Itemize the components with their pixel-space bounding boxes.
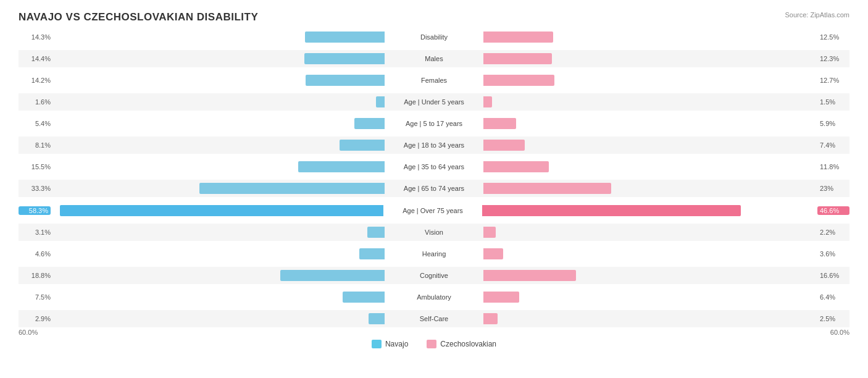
right-bar	[483, 32, 553, 43]
right-value: 23%	[817, 185, 849, 192]
center-label: Disability	[385, 33, 483, 41]
left-bar-container	[51, 118, 385, 129]
right-value: 46.6%	[817, 206, 849, 215]
left-bar	[305, 32, 385, 43]
right-bar-container	[483, 227, 817, 238]
right-bar-container	[483, 118, 817, 129]
left-bar-container	[51, 161, 385, 172]
center-label: Age | 5 to 17 years	[385, 120, 483, 127]
chart-title: NAVAJO VS CZECHOSLOVAKIAN DISABILITY	[19, 11, 849, 23]
center-label: Self-Care	[385, 315, 483, 322]
left-value: 7.5%	[19, 293, 51, 301]
center-label: Ambulatory	[385, 293, 483, 301]
left-bar-container	[51, 313, 385, 324]
czechoslovakian-color-box	[427, 340, 436, 348]
right-bar	[483, 140, 525, 151]
chart-row: 15.5% Age | 35 to 64 years 11.8%	[19, 158, 849, 175]
left-bar-container	[51, 205, 383, 216]
right-bar-container	[483, 75, 817, 86]
center-label: Age | 18 to 34 years	[385, 141, 483, 149]
right-bar	[483, 118, 516, 129]
left-bar-container	[51, 32, 385, 43]
right-value: 2.2%	[817, 229, 849, 236]
navajo-color-box	[372, 340, 382, 348]
left-bar-container	[51, 227, 385, 238]
left-bar	[298, 161, 385, 172]
right-value: 7.4%	[817, 141, 849, 149]
right-bar-container	[483, 248, 817, 259]
center-label: Hearing	[385, 250, 483, 258]
center-label: Age | Under 5 years	[385, 98, 483, 106]
chart-row: 14.4% Males 12.3%	[19, 50, 849, 67]
left-value: 8.1%	[19, 141, 51, 149]
left-bar-container	[51, 248, 385, 259]
left-value: 14.2%	[19, 77, 51, 84]
left-value: 33.3%	[19, 185, 51, 192]
right-value: 11.8%	[817, 163, 849, 170]
legend: Navajo Czechoslovakian	[19, 340, 849, 348]
right-bar	[483, 75, 554, 86]
left-value: 58.3%	[19, 206, 51, 215]
chart-row: 4.6% Hearing 3.6%	[19, 245, 849, 262]
chart-row: 18.8% Cognitive 16.6%	[19, 267, 849, 284]
right-value: 16.6%	[817, 272, 849, 279]
left-bar	[280, 270, 385, 281]
left-bar-container	[51, 75, 385, 86]
right-bar	[483, 248, 503, 259]
right-bar-container	[483, 161, 817, 172]
left-bar	[340, 140, 385, 151]
left-value: 5.4%	[19, 120, 51, 127]
center-label: Cognitive	[385, 272, 483, 279]
chart-area: 14.3% Disability 12.5% 14.4% Males	[19, 28, 849, 327]
left-value: 18.8%	[19, 272, 51, 279]
chart-row: 1.6% Age | Under 5 years 1.5%	[19, 93, 849, 111]
center-label: Age | Over 75 years	[383, 207, 482, 214]
right-bar	[483, 53, 552, 64]
center-label: Age | 35 to 64 years	[385, 163, 483, 170]
source-text: Source: ZipAtlas.com	[785, 11, 849, 19]
left-value: 14.4%	[19, 55, 51, 62]
left-bar-container	[51, 53, 385, 64]
czechoslovakian-label: Czechoslovakian	[440, 340, 496, 348]
left-bar	[343, 292, 385, 303]
right-bar-container	[483, 96, 817, 107]
chart-row: 14.2% Females 12.7%	[19, 72, 849, 89]
left-bar	[369, 313, 385, 324]
chart-row: 58.3% Age | Over 75 years 46.6%	[19, 202, 849, 219]
center-label: Females	[385, 77, 483, 84]
chart-container: NAVAJO VS CZECHOSLOVAKIAN DISABILITY Sou…	[0, 0, 868, 378]
left-value: 2.9%	[19, 315, 51, 322]
left-bar	[359, 248, 385, 259]
axis-labels: 60.0% 60.0%	[19, 329, 849, 336]
right-bar-container	[483, 270, 817, 281]
legend-navajo: Navajo	[372, 340, 408, 348]
center-label: Age | 65 to 74 years	[385, 185, 483, 192]
right-value: 6.4%	[817, 293, 849, 301]
right-bar-container	[482, 205, 815, 216]
center-label: Males	[385, 55, 483, 62]
right-bar	[483, 161, 549, 172]
left-value: 1.6%	[19, 98, 51, 106]
left-value: 4.6%	[19, 250, 51, 258]
right-bar-container	[483, 313, 817, 324]
right-bar	[483, 313, 498, 324]
axis-right: 60.0%	[830, 329, 849, 336]
chart-row: 3.1% Vision 2.2%	[19, 224, 849, 241]
right-bar-container	[483, 183, 817, 194]
left-bar	[376, 96, 385, 107]
chart-row: 7.5% Ambulatory 6.4%	[19, 288, 849, 306]
right-value: 12.5%	[817, 33, 849, 41]
right-bar	[483, 227, 496, 238]
left-bar-container	[51, 292, 385, 303]
left-bar	[354, 118, 385, 129]
navajo-label: Navajo	[385, 340, 408, 348]
right-value: 2.5%	[817, 315, 849, 322]
left-bar-container	[51, 270, 385, 281]
left-bar-container	[51, 140, 385, 151]
right-value: 12.3%	[817, 55, 849, 62]
right-bar	[483, 292, 519, 303]
chart-row: 8.1% Age | 18 to 34 years 7.4%	[19, 136, 849, 154]
right-bar	[483, 183, 611, 194]
left-bar	[306, 75, 385, 86]
left-bar	[199, 183, 385, 194]
